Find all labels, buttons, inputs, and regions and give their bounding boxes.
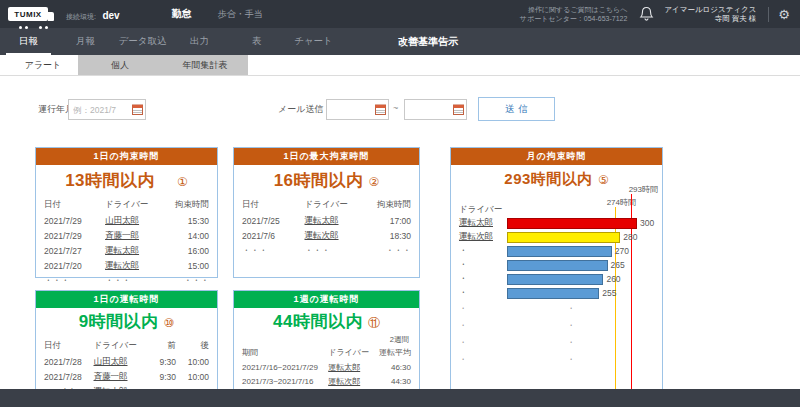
chart-bar <box>507 288 599 299</box>
table-row: ・・・・・・・・・ <box>44 273 209 288</box>
chart-bar <box>507 246 612 257</box>
tab-annual-summary[interactable]: 年間集計表 <box>162 55 248 75</box>
driver-link[interactable]: 運転次郎 <box>459 231 507 243</box>
card-title: 16時間以内② <box>234 169 419 192</box>
nav-tab-output[interactable]: 出力 <box>171 28 228 55</box>
col-header: 前 <box>145 339 176 354</box>
col-header: 運転平均 <box>372 346 411 360</box>
card-title: 13時間以内① <box>36 169 217 192</box>
sub-tabs: アラート 個人 年間集計表 <box>0 55 800 76</box>
notification-bell-icon[interactable] <box>639 6 654 22</box>
environment-indicator: 接続環境: dev <box>66 5 120 23</box>
table-row: 2021/7/29山田太郎15:30 <box>44 213 209 228</box>
nav-tab-nippo[interactable]: 日報 <box>0 28 57 55</box>
chart-row: 運転次郎280 <box>459 230 660 244</box>
nav-tab-data-import[interactable]: データ取込 <box>114 28 171 55</box>
nav-kaizen-kijun-kokuji[interactable]: 改善基準告示 <box>398 28 458 55</box>
menu-commission-allowance[interactable]: 歩合・手当 <box>218 8 263 21</box>
driver-link[interactable]: 運転太郎 <box>459 217 507 229</box>
card-header: 月の拘束時間 <box>451 148 662 165</box>
ref-line-label: 293時間 <box>629 184 658 195</box>
badge-11: ⑪ <box>368 316 380 330</box>
nav-tab-table[interactable]: 表 <box>228 28 285 55</box>
driver-link[interactable]: 運転次郎 <box>305 230 339 240</box>
bar-value: 300 <box>640 218 654 228</box>
chart-row: ・260 <box>459 272 660 286</box>
card-title: 44時間以内⑪ <box>234 310 419 333</box>
driver-link[interactable]: 運転太郎 <box>328 363 360 372</box>
tab-alert[interactable]: アラート <box>8 55 78 75</box>
chart-bar <box>507 232 620 243</box>
chart-bar <box>507 260 608 271</box>
table-row: 2021/7/16~2021/7/29運転太郎46:30 <box>242 360 411 374</box>
card-header: 1日の拘束時間 <box>36 148 217 165</box>
chart-axis-label: ドライバー <box>459 204 502 216</box>
driver-link[interactable]: 運転次郎 <box>328 377 360 386</box>
menu-attendance[interactable]: 勤怠 <box>172 7 192 21</box>
table-row: 2021/7/6運転次郎18:30 <box>242 228 411 243</box>
monthly-chart-body: 293時間以内⑤ ドライバー 運転太郎300運転次郎280・270・265・26… <box>451 170 662 407</box>
ellipsis-dot: ・ <box>459 354 467 365</box>
chart-ellipsis-row: ・・ <box>459 300 660 317</box>
bar-value: 255 <box>602 288 616 298</box>
bar-value: 280 <box>623 232 637 242</box>
col-header: 日付 <box>44 339 94 354</box>
nav-tab-chart[interactable]: チャート <box>285 28 342 55</box>
nav-tab-geppo[interactable]: 月報 <box>57 28 114 55</box>
driver-link[interactable]: 山田太郎 <box>105 215 139 225</box>
ellipsis-dot: ・ <box>459 320 467 331</box>
badge-5: ⑤ <box>598 173 609 187</box>
ellipsis-dot: ・ <box>567 354 575 365</box>
chart-row-dot: ・ <box>459 273 507 285</box>
chart-ellipsis-row: ・・ <box>459 317 660 334</box>
col-header: 後 <box>176 339 209 354</box>
card-monthly-restraint-time: 月の拘束時間 293時間以内⑤ ドライバー 運転太郎300運転次郎280・270… <box>450 147 663 407</box>
chart-bar <box>507 274 603 285</box>
settings-gear-icon[interactable]: ⚙ <box>778 8 790 21</box>
tab-individual[interactable]: 個人 <box>78 55 162 75</box>
chart-row-dot: ・ <box>459 259 507 271</box>
driver-link[interactable]: 運転次郎 <box>105 260 139 270</box>
topbar-divider <box>768 7 769 22</box>
table-row: 2021/7/28山田太郎9:3010:00 <box>44 354 209 369</box>
mail-to-date-input[interactable] <box>404 99 467 120</box>
driver-link[interactable]: 斉藤一郎 <box>105 230 139 240</box>
chart-row: ・270 <box>459 244 660 258</box>
table-row: 2021/7/27運転太郎16:00 <box>44 243 209 258</box>
tumix-logo[interactable]: TUMIX <box>8 7 48 21</box>
mail-send-label: メール送信 <box>278 103 323 116</box>
chart-row-dot: ・ <box>459 287 507 299</box>
badge-1: ① <box>177 175 188 189</box>
support-line2: サポートセンター：054-653-7122 <box>520 14 628 23</box>
table-row: 2021/7/3~2021/7/16運転次郎44:30 <box>242 374 411 388</box>
card-header: 1日の最大拘束時間 <box>234 148 419 165</box>
driver-link[interactable]: 斉藤一郎 <box>94 371 128 381</box>
alert-table: 日付ドライバー拘束時間2021/7/25運転太郎17:002021/7/6運転次… <box>234 198 419 258</box>
operation-month-input[interactable] <box>68 99 146 120</box>
col-header: ドライバー <box>328 346 372 360</box>
col-header: 日付 <box>242 198 305 213</box>
driver-link[interactable]: 運転太郎 <box>105 245 139 255</box>
driver-link[interactable]: 運転太郎 <box>305 215 339 225</box>
driver-link[interactable]: 山田太郎 <box>94 356 128 366</box>
bar-value: 270 <box>615 246 629 256</box>
mail-from-date-input[interactable] <box>326 99 389 120</box>
table-row: 2021/7/25運転太郎17:00 <box>242 213 411 228</box>
two-week-note: 2週間 <box>234 335 409 345</box>
bar-value: 265 <box>611 260 625 270</box>
ellipsis-dot: ・ <box>459 303 467 314</box>
send-button[interactable]: 送信 <box>478 97 555 121</box>
col-header: 拘束時間 <box>163 198 209 213</box>
table-row: 2021/7/29斉藤一郎14:00 <box>44 228 209 243</box>
ellipsis-dot: ・ <box>567 303 575 314</box>
table-row: 2021/7/28斉藤一郎9:3010:00 <box>44 369 209 384</box>
chart-bar <box>507 218 637 229</box>
card-header: 1日の運転時間 <box>36 291 217 308</box>
footer-bar <box>0 389 800 407</box>
company-name: アイマールロジスティクス <box>664 5 756 14</box>
env-label: 接続環境: <box>66 13 96 20</box>
ellipsis-dot: ・ <box>567 337 575 348</box>
card-daily-restraint-time: 1日の拘束時間 13時間以内① 日付ドライバー拘束時間2021/7/29山田太郎… <box>35 147 218 278</box>
table-row: ・・・・・・・・・ <box>242 243 411 258</box>
user-info[interactable]: アイマールロジスティクス 寺岡 賀夫 様 <box>664 5 756 23</box>
